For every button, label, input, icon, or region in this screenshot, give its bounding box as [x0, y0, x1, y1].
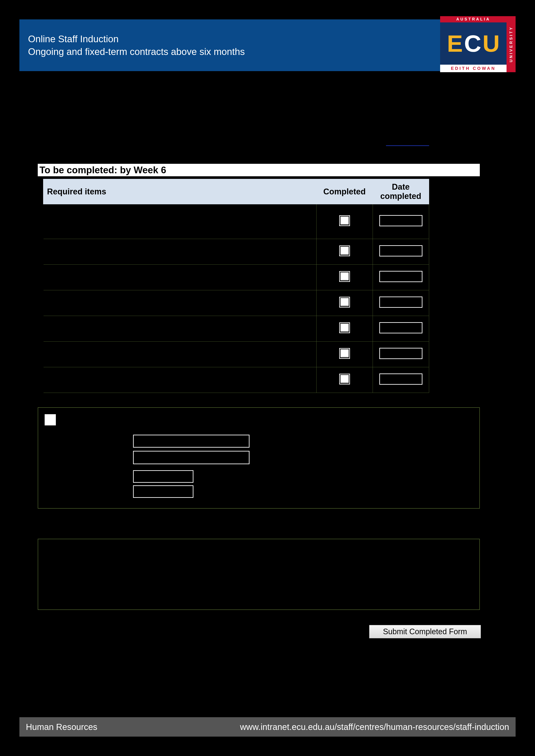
header-title: Online Staff Induction — [28, 33, 245, 45]
date-completed-field[interactable] — [379, 215, 422, 226]
item-cell — [43, 290, 316, 316]
footer-url: www.intranet.ecu.edu.au/staff/centres/hu… — [240, 722, 509, 732]
date-completed-field[interactable] — [379, 348, 422, 359]
section-title: To be completed: by Week 6 — [38, 164, 168, 176]
comments-panel[interactable] — [38, 539, 480, 610]
header-subtitle: Ongoing and fixed-term contracts above s… — [28, 45, 245, 58]
logo-bottom-text: EDITH COWAN — [440, 65, 507, 72]
logo-letter-u: U — [483, 32, 500, 55]
col-header-date: Date completed — [373, 179, 429, 204]
section-heading-bar: To be completed: by Week 6 — [38, 164, 480, 176]
header-bar: Online Staff Induction Ongoing and fixed… — [19, 19, 516, 71]
table-row — [43, 239, 429, 265]
footer-left: Human Resources — [26, 722, 97, 732]
date-completed-field[interactable] — [379, 322, 422, 334]
completed-checkbox[interactable] — [339, 245, 350, 256]
table-row — [43, 316, 429, 341]
item-cell — [43, 239, 316, 265]
completed-checkbox[interactable] — [339, 297, 350, 308]
logo-side-text: UNIVERSITY — [507, 16, 516, 72]
logo-top-text: AUSTRALIA — [440, 16, 507, 22]
header-text-block: Online Staff Induction Ongoing and fixed… — [28, 33, 245, 58]
hyperlink-underline[interactable] — [386, 146, 429, 146]
col-header-completed: Completed — [316, 179, 373, 204]
logo-letter-c: C — [464, 32, 481, 55]
table-row — [43, 367, 429, 393]
completed-checkbox[interactable] — [339, 271, 350, 282]
logo-letter-e: E — [447, 32, 463, 55]
completed-checkbox[interactable] — [339, 322, 350, 333]
table-row — [43, 265, 429, 290]
completed-checkbox[interactable] — [339, 348, 350, 359]
employee-id-field[interactable] — [133, 470, 193, 483]
acknowledgement-checkbox[interactable] — [44, 414, 56, 425]
table-row — [43, 341, 429, 367]
completed-checkbox[interactable] — [339, 374, 350, 385]
col-header-items: Required items — [43, 179, 316, 204]
table-row — [43, 290, 429, 316]
date-completed-field[interactable] — [379, 245, 422, 256]
item-cell — [43, 367, 316, 393]
acknowledgement-panel — [38, 407, 480, 509]
signature-field[interactable] — [133, 451, 249, 464]
item-cell — [43, 316, 316, 341]
name-field[interactable] — [133, 435, 249, 447]
required-items-table: Required items Completed Date completed — [43, 179, 429, 393]
date-completed-field[interactable] — [379, 271, 422, 282]
date-completed-field[interactable] — [379, 373, 422, 385]
completed-checkbox[interactable] — [339, 215, 350, 226]
ecu-logo: AUSTRALIA E C U EDITH COWAN UNIVERSITY — [440, 16, 516, 72]
item-cell — [43, 204, 316, 239]
table-row — [43, 204, 429, 239]
submit-button[interactable]: Submit Completed Form — [369, 625, 481, 638]
item-cell — [43, 341, 316, 367]
footer-bar: Human Resources www.intranet.ecu.edu.au/… — [19, 717, 516, 737]
item-cell — [43, 265, 316, 290]
date-completed-field[interactable] — [379, 297, 422, 308]
date-field[interactable] — [133, 485, 193, 498]
